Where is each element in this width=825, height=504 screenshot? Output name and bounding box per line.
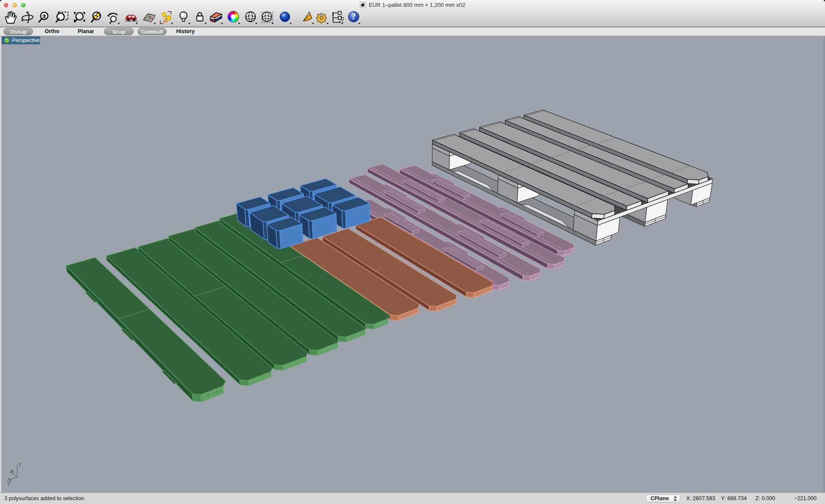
svg-text:?: ? [351,12,356,21]
svg-text:y: y [7,479,10,486]
svg-text:x: x [11,468,14,474]
svg-text:z: z [18,461,21,468]
